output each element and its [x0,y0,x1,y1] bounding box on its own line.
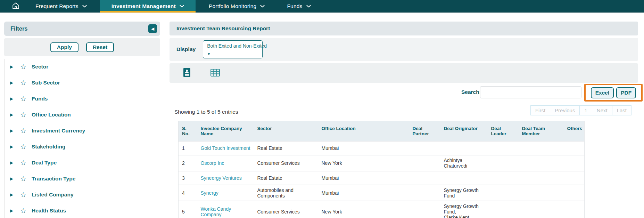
nav-item-portfolio-monitoring[interactable]: Portfolio Monitoring [200,0,274,13]
annotation-highlight-box: Excel PDF [584,84,643,102]
cell-office-location: Mumbai [318,171,409,185]
filters-actions: Apply Reset [4,38,160,56]
cell-sector: Consumer Services [254,155,318,171]
page-button-1[interactable]: 1 [579,105,592,115]
investee-company-link[interactable]: Syneergy Ventures [201,175,242,181]
cell-others [564,155,585,171]
favorite-star-icon[interactable]: ☆ [20,143,32,150]
search-input[interactable] [480,86,581,98]
chevron-down-icon [306,5,311,8]
investee-company-link[interactable]: Gold Touch Investment [201,145,250,151]
favorite-star-icon[interactable]: ☆ [20,63,32,70]
investee-company-link[interactable]: Wonka Candy Company [201,206,231,217]
cell-deal-originator: Synergy Growth Fund, Clarke Kent [440,201,488,218]
resourcing-table: S. No.Investee Company NameSectorOffice … [178,121,585,218]
panel-divider [162,17,162,218]
column-header-office-location[interactable]: Office Location [318,121,409,141]
pdf-button[interactable]: PDF [616,87,636,98]
column-header-others[interactable]: Others [564,121,585,141]
collapse-panel-icon: ◀ [151,27,154,31]
page-button-first[interactable]: First [530,105,550,115]
page-button-last[interactable]: Last [612,105,631,115]
nav-item-funds[interactable]: Funds [278,0,320,13]
sidebar-item-sub-sector[interactable]: ▶ ☆ Sub Sector [5,75,160,91]
cell-sector: Real Estate [254,141,318,155]
cell-investee-company-name: Wonka Candy Company [197,201,254,218]
cell-s-no: 5 [179,201,197,218]
investee-company-link[interactable]: Synergy [201,190,218,196]
page-title: Investment Team Resourcing Report [176,25,270,32]
display-label: Display [176,46,196,53]
expand-filter-icon[interactable]: ▶ [10,80,20,85]
column-header-deal-originator[interactable]: Deal Originator [440,121,488,141]
display-dropdown-value: Both Exited and Non-Exited [207,43,258,49]
cell-deal-partner [409,155,440,171]
expand-filter-icon[interactable]: ▶ [10,96,20,101]
expand-filter-icon[interactable]: ▶ [10,112,20,117]
cell-deal-originator [440,141,488,155]
expand-filter-icon[interactable]: ▶ [10,160,20,165]
report-titlebar: Investment Team Resourcing Report [170,22,638,35]
favorite-star-icon[interactable]: ☆ [20,191,32,198]
favorite-star-icon[interactable]: ☆ [20,175,32,182]
report-card-view-button[interactable] [183,68,190,78]
apply-button[interactable]: Apply [50,42,79,52]
cell-investee-company-name: Syneergy Ventures [197,171,254,185]
sidebar-item-listed-company[interactable]: ▶ ☆ Listed Company [5,187,160,203]
cell-deal-leader [488,171,519,185]
cell-deal-team-member [519,185,564,201]
sidebar-item-investment-currency[interactable]: ▶ ☆ Investment Currency [5,123,160,139]
favorite-star-icon[interactable]: ☆ [20,207,32,214]
favorite-star-icon[interactable]: ☆ [20,127,32,134]
expand-filter-icon[interactable]: ▶ [10,144,20,149]
sidebar-item-office-location[interactable]: ▶ ☆ Office Location [5,107,160,123]
favorite-star-icon[interactable]: ☆ [20,79,32,86]
excel-button[interactable]: Excel [591,87,614,98]
expand-filter-icon[interactable]: ▶ [10,208,20,213]
favorite-star-icon[interactable]: ☆ [20,111,32,118]
page-button-next[interactable]: Next [592,105,612,115]
top-nav-items: Frequent Reports Investment Management P… [26,0,324,13]
column-header-s-no-[interactable]: S. No. [179,121,197,141]
report-card-view-icon [183,68,190,78]
column-header-investee-company-name[interactable]: Investee Company Name [197,121,254,141]
expand-filter-icon[interactable]: ▶ [10,192,20,197]
expand-filter-icon[interactable]: ▶ [10,176,20,181]
expand-filter-icon[interactable]: ▶ [10,64,20,69]
page-button-previous[interactable]: Previous [550,105,580,115]
cell-investee-company-name: Oscorp Inc [197,155,254,171]
sidebar-item-sector[interactable]: ▶ ☆ Sector [5,59,160,75]
investee-company-link[interactable]: Oscorp Inc [201,160,224,166]
display-dropdown[interactable]: Both Exited and Non-Exited ▼ [203,40,263,58]
home-button[interactable] [5,0,26,13]
cell-deal-leader [488,201,519,218]
column-header-deal-partner[interactable]: Deal Partner [409,121,440,141]
sidebar-item-health-status[interactable]: ▶ ☆ Health Status [5,203,160,218]
cell-deal-originator: Synergy Growth Fund [440,185,488,201]
expand-filter-icon[interactable]: ▶ [10,128,20,133]
column-header-deal-leader[interactable]: Deal Leader [488,121,519,141]
column-header-sector[interactable]: Sector [254,121,318,141]
sidebar-item-transaction-type[interactable]: ▶ ☆ Transaction Type [5,171,160,187]
cell-office-location: Mumbai [318,141,409,155]
column-header-deal-team-member[interactable]: Deal Team Member [519,121,564,141]
main-content: Investment Team Resourcing Report Displa… [170,22,638,83]
cell-deal-team-member [519,171,564,185]
sidebar-item-deal-type[interactable]: ▶ ☆ Deal Type [5,155,160,171]
collapse-filters-button[interactable]: ◀ [148,24,157,33]
cell-s-no: 1 [179,141,197,155]
entries-summary: Showing 1 to 5 of 5 entries [174,109,238,115]
sidebar-item-stakeholding[interactable]: ▶ ☆ Stakeholding [5,139,160,155]
nav-item-frequent-reports[interactable]: Frequent Reports [26,0,96,13]
sidebar-item-funds[interactable]: ▶ ☆ Funds [5,91,160,107]
favorite-star-icon[interactable]: ☆ [20,159,32,166]
table-row: 2Oscorp IncConsumer ServicesNew YorkAchi… [179,155,585,171]
nav-item-investment-management[interactable]: Investment Management [100,0,196,13]
cell-deal-team-member [519,201,564,218]
table-view-button[interactable] [210,69,220,78]
cell-deal-partner [409,141,440,155]
display-row: Display Both Exited and Non-Exited ▼ [170,38,638,61]
reset-button[interactable]: Reset [86,42,114,52]
cell-others [564,171,585,185]
favorite-star-icon[interactable]: ☆ [20,95,32,102]
